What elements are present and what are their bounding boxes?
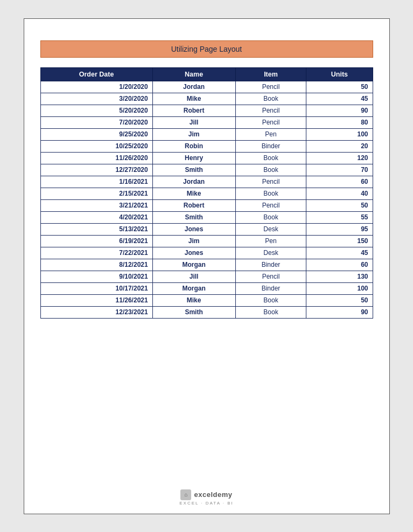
cell-r4-c3: 100 — [306, 128, 373, 140]
cell-r7-c1: Smith — [152, 164, 235, 176]
table-row: 1/20/2020JordanPencil50 — [40, 81, 373, 93]
table-row: 5/13/2021JonesDesk95 — [40, 223, 373, 235]
page-title-bar: Utilizing Page Layout — [40, 40, 373, 58]
cell-r5-c2: Binder — [235, 140, 306, 152]
cell-r12-c3: 95 — [306, 223, 373, 235]
cell-r18-c2: Book — [235, 294, 306, 306]
table-row: 10/17/2021MorganBinder100 — [40, 282, 373, 294]
cell-r12-c2: Desk — [235, 223, 306, 235]
cell-r1-c2: Book — [235, 93, 306, 105]
cell-r1-c0: 3/20/2020 — [40, 93, 152, 105]
page: Utilizing Page Layout Order Date Name It… — [24, 18, 390, 514]
cell-r13-c3: 150 — [306, 235, 373, 247]
table-row: 7/20/2020JillPencil80 — [40, 116, 373, 128]
cell-r6-c2: Book — [235, 152, 306, 164]
cell-r14-c2: Desk — [235, 247, 306, 259]
cell-r9-c3: 40 — [306, 188, 373, 199]
table-header-row: Order Date Name Item Units — [40, 67, 373, 81]
cell-r2-c2: Pencil — [235, 105, 306, 116]
cell-r14-c3: 45 — [306, 247, 373, 259]
cell-r4-c0: 9/25/2020 — [40, 128, 152, 140]
cell-r4-c1: Jim — [152, 128, 235, 140]
cell-r15-c0: 8/12/2021 — [40, 259, 152, 271]
cell-r3-c1: Jill — [152, 116, 235, 128]
cell-r10-c2: Pencil — [235, 199, 306, 211]
table-row: 1/16/2021JordanPencil60 — [40, 176, 373, 188]
cell-r4-c2: Pen — [235, 128, 306, 140]
cell-r13-c1: Jim — [152, 235, 235, 247]
table-row: 12/27/2020SmithBook70 — [40, 164, 373, 176]
cell-r14-c0: 7/22/2021 — [40, 247, 152, 259]
table-body: 1/20/2020JordanPencil503/20/2020MikeBook… — [40, 81, 373, 318]
cell-r7-c0: 12/27/2020 — [40, 164, 152, 176]
cell-r0-c0: 1/20/2020 — [40, 81, 152, 93]
cell-r16-c2: Pencil — [235, 271, 306, 282]
cell-r1-c1: Mike — [152, 93, 235, 105]
cell-r17-c0: 10/17/2021 — [40, 282, 152, 294]
table-row: 3/20/2020MikeBook45 — [40, 93, 373, 105]
cell-r17-c1: Morgan — [152, 282, 235, 294]
cell-r19-c0: 12/23/2021 — [40, 306, 152, 318]
cell-r17-c2: Binder — [235, 282, 306, 294]
cell-r8-c1: Jordan — [152, 176, 235, 188]
cell-r9-c2: Book — [235, 188, 306, 199]
cell-r19-c3: 90 — [306, 306, 373, 318]
cell-r12-c0: 5/13/2021 — [40, 223, 152, 235]
cell-r3-c3: 80 — [306, 116, 373, 128]
cell-r15-c1: Morgan — [152, 259, 235, 271]
cell-r11-c1: Smith — [152, 211, 235, 223]
cell-r10-c1: Robert — [152, 199, 235, 211]
cell-r3-c0: 7/20/2020 — [40, 116, 152, 128]
cell-r9-c1: Mike — [152, 188, 235, 199]
cell-r10-c0: 3/21/2021 — [40, 199, 152, 211]
col-header-item: Item — [235, 67, 306, 81]
table-row: 11/26/2021MikeBook50 — [40, 294, 373, 306]
cell-r7-c3: 70 — [306, 164, 373, 176]
table-row: 9/10/2021JillPencil130 — [40, 271, 373, 282]
cell-r11-c3: 55 — [306, 211, 373, 223]
cell-r9-c0: 2/15/2021 — [40, 188, 152, 199]
cell-r7-c2: Book — [235, 164, 306, 176]
cell-r19-c1: Smith — [152, 306, 235, 318]
table-row: 9/25/2020JimPen100 — [40, 128, 373, 140]
table-row: 3/21/2021RobertPencil50 — [40, 199, 373, 211]
cell-r5-c0: 10/25/2020 — [40, 140, 152, 152]
cell-r15-c3: 60 — [306, 259, 373, 271]
table-row: 11/26/2020HenryBook120 — [40, 152, 373, 164]
cell-r11-c0: 4/20/2021 — [40, 211, 152, 223]
cell-r16-c1: Jill — [152, 271, 235, 282]
cell-r0-c1: Jordan — [152, 81, 235, 93]
cell-r5-c1: Robin — [152, 140, 235, 152]
cell-r19-c2: Book — [235, 306, 306, 318]
table-row: 5/20/2020RobertPencil90 — [40, 105, 373, 116]
data-table: Order Date Name Item Units 1/20/2020Jord… — [40, 67, 373, 319]
brand-name: exceldemy — [194, 490, 232, 499]
page-title: Utilizing Page Layout — [171, 45, 242, 53]
cell-r2-c1: Robert — [152, 105, 235, 116]
table-row: 4/20/2021SmithBook55 — [40, 211, 373, 223]
cell-r15-c2: Binder — [235, 259, 306, 271]
footer: ⌂ exceldemy EXCEL · DATA · BI — [179, 489, 234, 506]
cell-r18-c3: 50 — [306, 294, 373, 306]
cell-r6-c0: 11/26/2020 — [40, 152, 152, 164]
cell-r16-c3: 130 — [306, 271, 373, 282]
footer-logo: ⌂ exceldemy — [180, 489, 232, 500]
cell-r16-c0: 9/10/2021 — [40, 271, 152, 282]
cell-r5-c3: 20 — [306, 140, 373, 152]
cell-r11-c2: Book — [235, 211, 306, 223]
table-row: 10/25/2020RobinBinder20 — [40, 140, 373, 152]
cell-r2-c0: 5/20/2020 — [40, 105, 152, 116]
table-row: 12/23/2021SmithBook90 — [40, 306, 373, 318]
table-row: 8/12/2021MorganBinder60 — [40, 259, 373, 271]
cell-r8-c0: 1/16/2021 — [40, 176, 152, 188]
table-row: 7/22/2021JonesDesk45 — [40, 247, 373, 259]
brand-icon: ⌂ — [180, 489, 191, 500]
cell-r6-c3: 120 — [306, 152, 373, 164]
table-row: 6/19/2021JimPen150 — [40, 235, 373, 247]
cell-r18-c0: 11/26/2021 — [40, 294, 152, 306]
cell-r2-c3: 90 — [306, 105, 373, 116]
cell-r8-c2: Pencil — [235, 176, 306, 188]
cell-r10-c3: 50 — [306, 199, 373, 211]
cell-r18-c1: Mike — [152, 294, 235, 306]
cell-r6-c1: Henry — [152, 152, 235, 164]
